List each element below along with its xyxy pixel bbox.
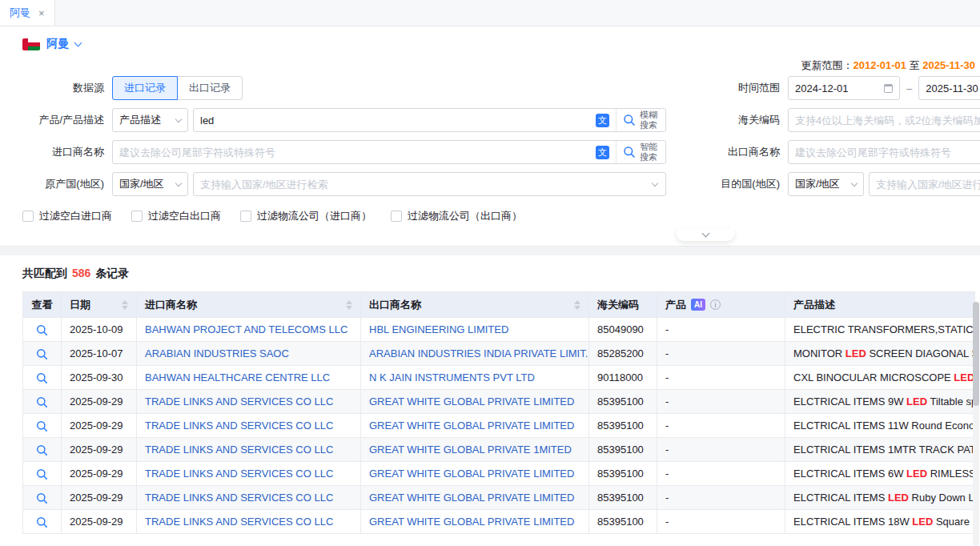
collapse-filters-button[interactable] [677,228,734,241]
view-magnifier-icon[interactable] [36,492,48,504]
header-view: 查看 [23,292,62,318]
product-search-input[interactable] [194,109,596,131]
exporter-link[interactable]: GREAT WHITE GLOBAL PRIVATE LIMITED [369,395,574,407]
hs-code-input[interactable] [789,109,980,131]
scrollbar-thumb[interactable] [973,302,979,406]
exporter-name-input[interactable] [789,141,980,163]
vertical-scrollbar [973,302,979,546]
time-range-label: 时间范围 [666,81,788,95]
destination-type-select-value: 国家/地区 [795,177,840,191]
date-cell: 2025-09-29 [62,462,137,486]
highlight-keyword: LED [888,492,909,504]
view-magnifier-icon[interactable] [36,324,48,336]
view-magnifier-icon[interactable] [36,420,48,432]
importer-link[interactable]: TRADE LINKS AND SERVICES CO LLC [145,516,333,528]
hs-code-cell: 85395100 [589,510,657,534]
info-icon[interactable]: i [710,299,721,310]
translate-icon[interactable]: 文 [596,146,609,159]
origin-country-input[interactable] [194,173,653,195]
filter-checkbox[interactable]: 过滤空白出口商 [131,209,221,223]
filter-checkbox[interactable]: 过滤物流公司（进口商） [240,209,372,223]
header-date: 日期 [62,292,137,318]
checkbox-label: 过滤空白出口商 [148,209,221,223]
exporter-cell: GREAT WHITE GLOBAL PRIVATE LIMITED [361,486,589,510]
filter-panel: 更新范围：2012-01-01 至 2025-11-30 数据源 进口记录 出口… [0,58,980,246]
sort-icon[interactable] [122,300,128,310]
product-label: 产品/产品描述 [0,113,112,127]
checkbox-box[interactable] [131,211,143,222]
view-magnifier-icon[interactable] [36,372,48,384]
view-magnifier-icon[interactable] [36,348,48,360]
checkbox-label: 过滤物流公司（出口商） [408,209,522,223]
importer-link[interactable]: TRADE LINKS AND SERVICES CO LLC [145,468,333,480]
sort-icon[interactable] [346,300,352,310]
view-magnifier-icon[interactable] [36,516,48,528]
table-row: 2025-09-29TRADE LINKS AND SERVICES CO LL… [23,486,975,510]
importer-name-input[interactable] [113,141,596,163]
date-cell: 2025-09-29 [62,414,137,438]
importer-link[interactable]: TRADE LINKS AND SERVICES CO LLC [145,492,333,504]
importer-cell: BAHWAN HEALTHCARE CENTRE LLC [137,366,361,390]
checkbox-box[interactable] [391,211,402,222]
exporter-link[interactable]: GREAT WHITE GLOBAL PRIVATE LIMITED [369,516,574,528]
filter-checkbox[interactable]: 过滤物流公司（出口商） [391,209,522,223]
view-cell [23,390,62,414]
importer-link[interactable]: ARABIAN INDUSTRIES SAOC [145,347,289,359]
table-row: 2025-09-29TRADE LINKS AND SERVICES CO LL… [23,510,975,534]
origin-type-select[interactable]: 国家/地区 [112,172,188,196]
view-magnifier-icon[interactable] [36,468,48,480]
exporter-link[interactable]: GREAT WHITE GLOBAL PRIVATE LIMITED [369,492,574,504]
smart-search-button[interactable]: 智能搜索 [616,141,665,163]
filter-checkbox[interactable]: 过滤空白进口商 [22,209,112,223]
update-range: 更新范围：2012-01-01 至 2025-11-30 [801,58,975,73]
date-cell: 2025-10-07 [62,342,137,366]
country-selector[interactable]: 阿曼 [0,26,980,58]
tab-oman[interactable]: 阿曼 × [0,0,55,26]
view-cell [23,414,62,438]
table-row: 2025-09-30BAHWAN HEALTHCARE CENTRE LLCN … [23,366,975,390]
destination-country-input[interactable] [870,173,980,195]
importer-link[interactable]: BAHWAN HEALTHCARE CENTRE LLC [145,371,330,383]
view-magnifier-icon[interactable] [36,444,48,456]
destination-type-select[interactable]: 国家/地区 [788,172,864,196]
tab-close-icon[interactable]: × [38,7,45,19]
product-field-select[interactable]: 产品描述 [112,108,188,132]
product-cell: - [657,390,785,414]
exporter-link[interactable]: GREAT WHITE GLOBAL PRIVATE 1MITED [369,444,572,456]
table-header-row: 查看 日期 进口商名称 出口商名称 海关编码 产品 [23,292,975,318]
hs-code-cell: 85395100 [589,462,657,486]
tab-label: 阿曼 [10,6,30,20]
product-cell: - [657,462,785,486]
table-row: 2025-09-29TRADE LINKS AND SERVICES CO LL… [23,390,975,414]
desc-cell: MONITOR LED SCREEN DIAGONAL S... [785,342,975,366]
date-to-value: 2025-11-30 [926,82,978,94]
fuzzy-search-button[interactable]: 模糊搜索 [616,109,665,131]
export-records-toggle[interactable]: 出口记录 [177,76,243,100]
update-range-label: 更新范围： [801,59,853,71]
exporter-link[interactable]: ARABIAN INDUSTRIES INDIA PRIVATE LIMIT..… [369,347,589,359]
sort-icon[interactable] [574,300,580,310]
checkbox-box[interactable] [22,211,34,222]
section-divider [0,246,980,255]
importer-link[interactable]: BAHWAN PROJECT AND TELECOMS LLC [145,323,347,335]
importer-link[interactable]: TRADE LINKS AND SERVICES CO LLC [145,395,333,407]
match-prefix: 共匹配到 [22,267,67,281]
exporter-cell: GREAT WHITE GLOBAL PRIVATE LIMITED [361,414,589,438]
exporter-link[interactable]: GREAT WHITE GLOBAL PRIVATE LIMITED [369,468,574,480]
exporter-link[interactable]: HBL ENGINEERING LIMITED [369,323,508,335]
translate-icon[interactable]: 文 [596,114,609,127]
fuzzy-search-label: 模糊搜索 [640,110,659,130]
date-cell: 2025-09-29 [62,486,137,510]
importer-link[interactable]: TRADE LINKS AND SERVICES CO LLC [145,444,333,456]
highlight-keyword: LED [845,347,866,359]
exporter-link[interactable]: N K JAIN INSTRUMENTS PVT LTD [369,371,535,383]
exporter-link[interactable]: GREAT WHITE GLOBAL PRIVATE LIMITED [369,420,574,432]
view-magnifier-icon[interactable] [36,396,48,408]
checkbox-box[interactable] [240,211,251,222]
importer-link[interactable]: TRADE LINKS AND SERVICES CO LLC [145,420,333,432]
import-records-toggle[interactable]: 进口记录 [112,76,178,100]
header-product-desc: 产品描述 [785,292,975,318]
date-to-picker[interactable]: 2025-11-30 [918,76,980,100]
checkbox-row: 过滤空白进口商过滤空白出口商过滤物流公司（进口商）过滤物流公司（出口商） [0,204,980,223]
date-from-picker[interactable]: 2024-12-01 [788,76,900,100]
